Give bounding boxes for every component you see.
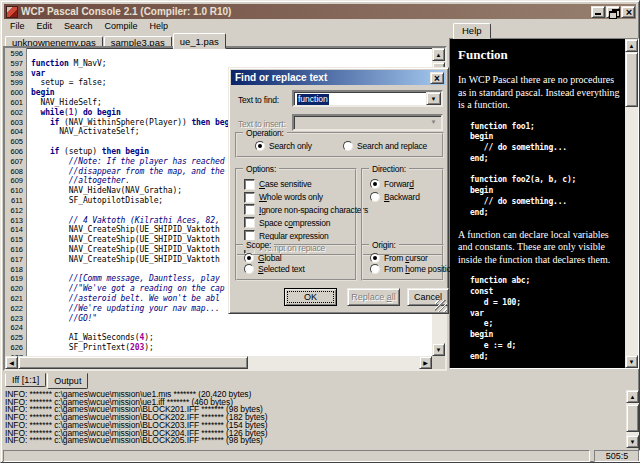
find-input[interactable]: function ▼ [292, 90, 443, 107]
minimize-button[interactable] [591, 6, 605, 18]
line-number: 596 [5, 49, 26, 59]
line-number: 603 [5, 118, 26, 128]
ignore-non-spacing-characters-checkbox[interactable]: Ignore non-spacing characters [244, 204, 355, 217]
radio-icon [244, 264, 254, 274]
whole-words-only-checkbox[interactable]: Whole words only [244, 191, 355, 204]
space-compression-checkbox[interactable]: Space compression [244, 216, 355, 229]
tab-ue-1-pas[interactable]: ue_1.pas [173, 33, 226, 49]
tab-help[interactable]: Help [453, 23, 491, 39]
chevron-down-icon: ▼ [431, 119, 437, 125]
help-code-block: function foo1; begin // do something... … [470, 122, 620, 219]
search-and-replace-radio[interactable]: Search and replace [343, 140, 427, 153]
line-number: 607 [5, 157, 26, 167]
help-pane: FunctionIn WCP Pascal there are no proce… [449, 38, 639, 369]
output-vertical-scrollbar[interactable]: ▲ ▼ [626, 390, 639, 448]
scroll-up-icon[interactable]: ▲ [432, 48, 445, 61]
output-pane: Iff [1:1]Output INFO: ******* c:\games\w… [3, 373, 639, 448]
checkbox-icon [244, 204, 255, 215]
origin-group: Origin: From cursorFrom home position [361, 244, 444, 281]
tab-iff-1-1[interactable]: Iff [1:1] [5, 373, 46, 387]
line-number: 617 [5, 255, 26, 265]
selected-text-radio[interactable]: Selected text [244, 264, 355, 276]
cursor-position: 505:5 [594, 450, 640, 462]
insert-dropdown-button[interactable]: ▼ [426, 116, 441, 129]
line-number: 614 [5, 225, 26, 235]
scroll-up-icon[interactable]: ▲ [626, 390, 639, 403]
scroll-down-icon[interactable]: ▼ [626, 435, 639, 448]
resize-grip-icon[interactable] [435, 300, 447, 312]
scroll-left-icon[interactable]: ◀ [5, 356, 18, 369]
operation-group: Operation: Search onlySearch and replace [235, 132, 444, 158]
from-home-position-radio[interactable]: From home position [370, 264, 442, 276]
code-line-623: //GO!" [31, 314, 432, 324]
line-number: 615 [5, 235, 26, 245]
help-heading: Function [458, 47, 620, 63]
line-number: 626 [5, 343, 26, 353]
line-number: 612 [5, 206, 26, 216]
scroll-down-icon[interactable]: ▼ [625, 355, 638, 368]
line-number: 613 [5, 216, 26, 226]
insert-input[interactable]: ▼ [292, 114, 443, 131]
scope-group: Scope: GlobalSelected text [235, 244, 357, 281]
line-number: 625 [5, 333, 26, 343]
dialog-title-bar[interactable]: Find or replace text [231, 70, 446, 85]
checkbox-icon [244, 217, 255, 228]
scroll-down-icon[interactable]: ▼ [432, 343, 445, 356]
line-number: 619 [5, 274, 26, 284]
restore-button[interactable] [606, 6, 620, 18]
editor-tab-bar: unknownenemy.passample3.pasue_1.pas [5, 31, 227, 47]
status-message-panel [3, 450, 590, 462]
help-vertical-scrollbar[interactable]: ▲ ▼ [625, 39, 638, 368]
editor-hscroll-thumb[interactable] [18, 356, 248, 369]
dialog-close-icon: × [434, 73, 440, 84]
backward-radio[interactable]: Backward [370, 191, 442, 204]
code-line-625: AI_WaitSeconds(4); [31, 333, 432, 343]
line-number: 602 [5, 108, 26, 118]
line-number: 605 [5, 137, 26, 147]
help-paragraph: A function can declare local variables a… [458, 229, 620, 267]
help-vscroll-thumb[interactable] [625, 52, 638, 107]
search-only-radio[interactable]: Search only [255, 140, 343, 153]
help-content: FunctionIn WCP Pascal there are no proce… [450, 39, 625, 368]
status-bar: 505:5 [3, 450, 637, 462]
from-cursor-radio[interactable]: From cursor [370, 252, 442, 264]
tab-output[interactable]: Output [47, 373, 88, 389]
ok-button[interactable]: OK [284, 288, 337, 306]
line-number: 618 [5, 265, 26, 275]
global-radio[interactable]: Global [244, 252, 355, 264]
radio-icon [370, 264, 380, 274]
checkbox-icon [244, 192, 255, 203]
find-dropdown-button[interactable]: ▼ [426, 92, 441, 105]
app-window: WCP Pascal Console 2.1 (Compiler: 1.0 R1… [0, 0, 640, 463]
window-title: WCP Pascal Console 2.1 (Compiler: 1.0 R1… [21, 4, 591, 19]
line-number: 608 [5, 167, 26, 177]
line-number: 611 [5, 196, 26, 206]
radio-icon [370, 253, 380, 263]
line-number: 597 [5, 59, 26, 69]
radio-icon [370, 192, 380, 202]
forward-radio[interactable]: Forward [370, 178, 442, 191]
find-replace-dialog: Find or replace text × Text to find: fun… [228, 67, 449, 314]
radio-icon [343, 141, 353, 151]
scroll-up-icon[interactable]: ▲ [625, 39, 638, 52]
help-paragraph: In WCP Pascal there are no procedures as… [458, 74, 620, 112]
line-number: 604 [5, 127, 26, 137]
line-number: 620 [5, 284, 26, 294]
output-log: INFO: ******* c:\games\wcue\mission\ue1.… [5, 391, 625, 447]
dialog-buttons: OKReplace allCancel [229, 288, 448, 306]
case-sensitive-checkbox[interactable]: Case sensitive [244, 178, 355, 191]
line-number: 600 [5, 88, 26, 98]
dialog-close-button[interactable]: × [430, 72, 444, 84]
line-number: 623 [5, 314, 26, 324]
output-tab-bar: Iff [1:1]Output [5, 373, 89, 390]
replace-all-button[interactable]: Replace all [347, 288, 400, 306]
dialog-title: Find or replace text [235, 72, 327, 83]
line-number: 616 [5, 245, 26, 255]
close-button[interactable] [621, 6, 635, 18]
output-vscroll-thumb[interactable] [626, 404, 639, 432]
chevron-down-icon: ▼ [431, 96, 437, 102]
line-number: 606 [5, 147, 26, 157]
scroll-right-icon[interactable]: ▶ [419, 356, 432, 369]
editor-horizontal-scrollbar[interactable]: ◀ ▶ [5, 356, 432, 369]
line-number: 599 [5, 78, 26, 88]
